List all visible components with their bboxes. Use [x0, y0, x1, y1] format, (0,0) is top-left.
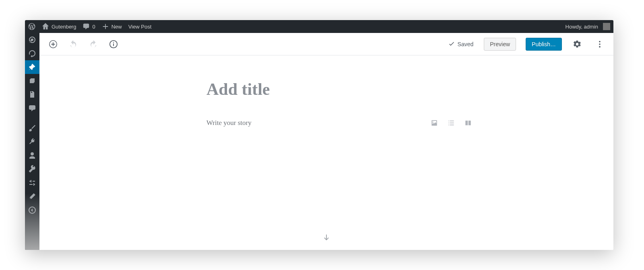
home-icon [42, 23, 49, 30]
quick-insert-icons [430, 119, 472, 127]
svg-point-5 [599, 41, 601, 42]
check-icon [448, 41, 455, 48]
media-icon [28, 77, 36, 85]
view-post-label: View Post [128, 24, 152, 30]
preview-button[interactable]: Preview [484, 38, 516, 51]
comment-count-badge: 0 [92, 24, 95, 30]
howdy-label: Howdy, admin [566, 24, 598, 30]
editor-topbar: Saved Preview Publish… [39, 33, 613, 55]
svg-rect-3 [113, 43, 114, 46]
editor-canvas: Write your story [206, 80, 472, 127]
sidebar-item-custom[interactable] [25, 190, 39, 203]
sidebar-item-updates[interactable] [25, 47, 39, 60]
redo-icon [89, 40, 98, 49]
sliders-icon [28, 179, 36, 187]
paragraph-placeholder[interactable]: Write your story [206, 119, 430, 127]
more-menu-button[interactable] [592, 37, 607, 51]
svg-point-7 [599, 46, 601, 47]
list-icon[interactable] [447, 119, 455, 127]
publish-button[interactable]: Publish… [526, 38, 562, 51]
new-content-link[interactable]: New [99, 20, 125, 33]
editor-area: Saved Preview Publish… Write your story [39, 33, 613, 250]
sidebar-item-comments[interactable] [25, 101, 39, 115]
sidebar-item-plugins[interactable] [25, 135, 39, 149]
image-icon[interactable] [430, 119, 438, 127]
comment-icon [83, 23, 90, 30]
brush-icon [28, 124, 36, 132]
pin-icon [28, 63, 36, 71]
update-icon [28, 49, 36, 57]
sidebar-item-collapse[interactable] [25, 203, 39, 217]
block-appender-button[interactable] [322, 233, 331, 243]
svg-point-6 [599, 43, 601, 45]
sidebar-item-tools[interactable] [25, 162, 39, 176]
add-icon [49, 40, 58, 49]
user-icon [28, 151, 36, 160]
saved-label: Saved [458, 41, 474, 47]
default-block-row: Write your story [206, 119, 472, 127]
info-icon [109, 40, 118, 49]
howdy-account[interactable]: Howdy, admin [562, 20, 613, 33]
sidebar-item-media[interactable] [25, 74, 39, 88]
sidebar-item-dashboard[interactable] [25, 33, 39, 47]
sidebar-item-appearance[interactable] [25, 121, 39, 135]
more-vertical-icon [595, 40, 604, 49]
undo-button[interactable] [66, 37, 80, 51]
add-block-button[interactable] [46, 37, 60, 51]
avatar [603, 23, 610, 30]
site-name-link[interactable]: Gutenberg [39, 20, 79, 33]
save-status: Saved [448, 41, 474, 48]
undo-icon [69, 40, 78, 49]
sidebar-item-settings[interactable] [25, 176, 39, 190]
sidebar-item-users[interactable] [25, 149, 39, 162]
settings-toggle-button[interactable] [570, 37, 584, 51]
redo-button[interactable] [86, 37, 101, 51]
wp-logo-menu[interactable] [25, 20, 39, 33]
comment-icon [28, 104, 36, 112]
columns-icon[interactable] [464, 119, 472, 127]
comments-link[interactable]: 0 [79, 20, 98, 33]
plug-icon [28, 138, 36, 146]
admin-sidebar [25, 33, 39, 250]
post-title-input[interactable] [206, 80, 472, 99]
plus-icon [102, 23, 109, 30]
dashboard-icon [28, 36, 36, 44]
new-label: New [111, 24, 122, 30]
sidebar-item-posts[interactable] [25, 60, 39, 74]
site-name-label: Gutenberg [52, 24, 76, 30]
sidebar-item-pages[interactable] [25, 88, 39, 101]
app-window: Gutenberg 0 New View Post Howdy, admin [25, 20, 613, 250]
gear-icon [573, 40, 582, 49]
collapse-icon [28, 206, 36, 214]
content-info-button[interactable] [106, 37, 121, 51]
pencil-icon [28, 192, 36, 200]
pages-icon [28, 90, 36, 98]
svg-rect-4 [113, 42, 114, 43]
admin-bar: Gutenberg 0 New View Post Howdy, admin [25, 20, 613, 33]
wrench-icon [28, 165, 36, 173]
arrow-down-icon [322, 233, 331, 242]
view-post-link[interactable]: View Post [125, 20, 155, 33]
wordpress-icon [28, 23, 35, 30]
